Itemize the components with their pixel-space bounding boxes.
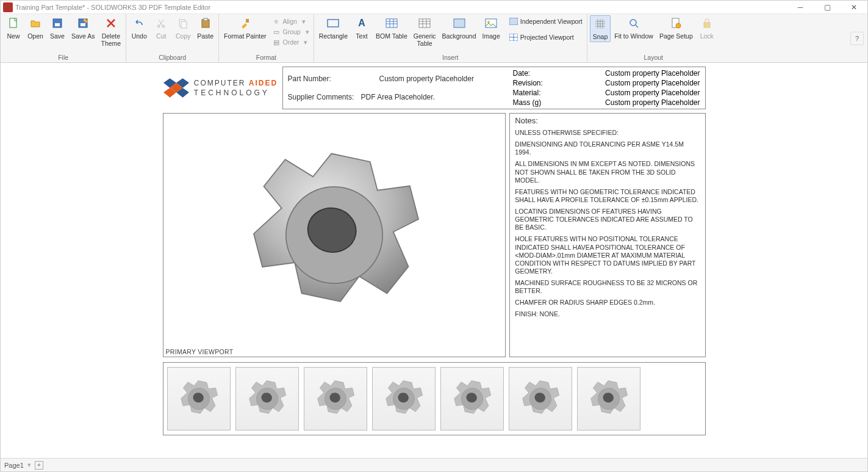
svg-point-6 (162, 25, 165, 27)
group-label-file: File (3, 53, 123, 62)
svg-rect-23 (704, 23, 710, 27)
gear-model-icon (212, 125, 456, 345)
thumbnail[interactable] (167, 367, 231, 430)
header-info-box[interactable]: Part Number:Custom property Placeholder … (282, 67, 706, 109)
thumbnail[interactable] (235, 367, 299, 430)
open-icon (29, 16, 42, 30)
snap-button[interactable]: Snap (590, 15, 611, 42)
text-icon: A (355, 16, 368, 30)
rectangle-button[interactable]: Rectangle (317, 15, 350, 41)
lock-button[interactable]: Lock (697, 15, 717, 41)
primary-viewport[interactable]: PRIMARY VIEWPORT (163, 113, 506, 357)
page-tab[interactable]: Page1 (4, 462, 24, 469)
bom-table-button[interactable]: BOM Table (373, 15, 410, 41)
save-as-button[interactable]: Save As (69, 15, 98, 41)
app-icon (3, 2, 13, 12)
status-bar: Page1 ▾ + (1, 458, 867, 471)
canvas-area[interactable]: COMPUTER AIDED TECHNOLOGY Part Number:Cu… (1, 63, 867, 458)
hdr-key: Date: (513, 69, 531, 78)
align-icon: ≡ (272, 17, 281, 26)
cut-icon (154, 16, 168, 30)
supplier-comments-label: Supplier Comments: (288, 93, 361, 101)
svg-point-20 (630, 20, 636, 26)
maximize-button[interactable]: ▢ (814, 1, 841, 14)
add-page-button[interactable]: + (35, 461, 43, 470)
snap-icon (594, 17, 607, 31)
format-painter-button[interactable]: Format Painter (221, 15, 268, 41)
paste-button[interactable]: Paste (195, 15, 216, 41)
thumbnail[interactable] (440, 367, 504, 430)
svg-point-5 (157, 25, 160, 27)
close-button[interactable]: ✕ (841, 1, 867, 14)
copy-button[interactable]: Copy (173, 15, 193, 41)
group-label-layout: Layout (590, 53, 717, 62)
save-button[interactable]: Save (47, 15, 68, 41)
page-setup-button[interactable]: Page Setup (657, 15, 695, 41)
svg-rect-10 (204, 18, 207, 21)
template-page[interactable]: COMPUTER AIDED TECHNOLOGY Part Number:Cu… (163, 67, 706, 457)
group-icon: ▭ (272, 27, 281, 36)
notes-line: CHAMFER OR RADIUS SHARP EDGES 0.2mm. (515, 299, 700, 307)
hdr-val[interactable]: Custom property Placeholder (605, 79, 700, 87)
window-title: Training Part Template* - SOLIDWORKS 3D … (15, 4, 787, 11)
svg-rect-11 (246, 19, 249, 23)
generic-table-icon (418, 16, 431, 30)
background-button[interactable]: Background (440, 15, 479, 41)
logo: COMPUTER AIDED TECHNOLOGY (163, 67, 279, 109)
notes-box[interactable]: Notes: UNLESS OTHERWISE SPECIFIED:DIMENS… (509, 113, 705, 357)
thumbnail-row[interactable] (163, 362, 706, 435)
page-setup-icon (669, 16, 683, 30)
help-button[interactable]: ? (850, 32, 864, 45)
svg-rect-15 (454, 19, 465, 27)
group-button[interactable]: ▭Group▾ (270, 27, 311, 37)
delete-theme-button[interactable]: Delete Theme (99, 15, 124, 48)
image-button[interactable]: Image (480, 15, 503, 41)
order-button[interactable]: ▤Order▾ (270, 37, 311, 47)
thumbnail[interactable] (577, 367, 640, 430)
notes-title: Notes: (515, 116, 700, 125)
thumbnail[interactable] (372, 367, 436, 430)
background-icon (453, 16, 466, 30)
hdr-val[interactable]: Custom property Placeholder (605, 98, 700, 107)
open-button[interactable]: Open (25, 15, 46, 41)
notes-line: FINISH: NONE. (515, 310, 700, 318)
hdr-val[interactable]: Custom property Placeholder (605, 89, 700, 97)
lock-icon (700, 16, 714, 30)
undo-icon (132, 16, 146, 30)
part-number-value[interactable]: Custom property Placeholder (361, 74, 474, 83)
notes-line: MACHINED SURFACE ROUGHNESS TO BE 32 MICR… (515, 279, 700, 295)
generic-table-button[interactable]: Generic Table (411, 15, 439, 48)
fit-window-icon (627, 16, 640, 30)
ribbon: New Open Save Save As Delete Theme File … (1, 14, 867, 63)
hdr-key: Revision: (513, 79, 543, 87)
svg-rect-18 (509, 18, 518, 25)
new-icon (7, 16, 20, 30)
text-button[interactable]: AText (351, 15, 372, 41)
thumbnail[interactable] (304, 367, 367, 430)
svg-rect-14 (419, 19, 430, 27)
svg-rect-0 (10, 18, 16, 27)
notes-line: HOLE FEATURES WITH NO POSITIONAL TOLERAN… (515, 235, 700, 275)
delete-icon (104, 16, 118, 30)
minimize-button[interactable]: ─ (787, 1, 814, 14)
cut-button[interactable]: Cut (151, 15, 171, 41)
align-button[interactable]: ≡Align▾ (270, 16, 311, 26)
svg-rect-13 (386, 19, 397, 27)
thumbnail[interactable] (509, 367, 572, 430)
save-as-icon (76, 16, 90, 30)
viewport-label: PRIMARY VIEWPORT (166, 348, 234, 355)
independent-viewport-button[interactable]: Independent Viewport (508, 16, 584, 26)
projected-viewport-button[interactable]: Projected Viewport (508, 32, 584, 42)
undo-button[interactable]: Undo (129, 15, 149, 41)
svg-rect-8 (181, 21, 187, 28)
notes-line: DIMENSIONING AND TOLERANCING PER ASME Y1… (515, 140, 700, 156)
hdr-val[interactable]: Custom property Placeholder (605, 69, 700, 78)
new-button[interactable]: New (3, 15, 24, 41)
fit-to-window-button[interactable]: Fit to Window (612, 15, 656, 41)
notes-line: ALL DIMENSIONS IN MM EXCEPT AS NOTED. DI… (515, 160, 700, 184)
logo-icon (163, 75, 189, 101)
supplier-comments-value[interactable]: PDF Area Placeholder. (361, 93, 435, 101)
notes-line: UNLESS OTHERWISE SPECIFIED: (515, 129, 700, 137)
logo-text: COMPUTER AIDED TECHNOLOGY (194, 79, 278, 97)
bom-table-icon (385, 16, 398, 30)
